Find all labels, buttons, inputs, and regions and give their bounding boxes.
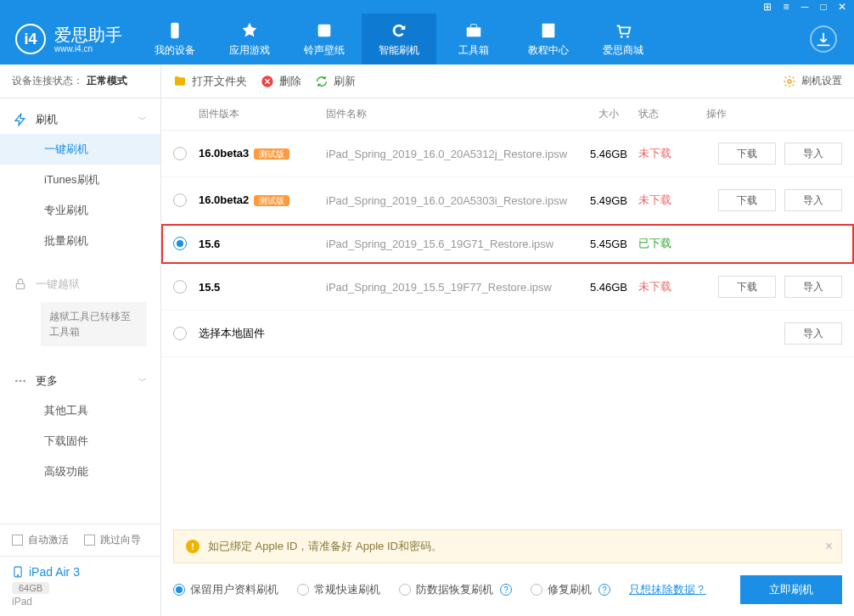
refresh-button[interactable]: 刷新	[315, 74, 356, 89]
opt-normal[interactable]: 常规快速刷机	[297, 582, 380, 597]
sidebar-item-pro[interactable]: 专业刷机	[0, 195, 160, 226]
book-icon	[539, 21, 558, 40]
open-folder-button[interactable]: 打开文件夹	[173, 74, 247, 89]
opt-anti-recovery[interactable]: 防数据恢复刷机?	[399, 582, 512, 597]
toolbox-icon	[464, 21, 483, 40]
apps-icon	[240, 21, 259, 40]
svg-point-14	[17, 575, 18, 576]
titlebar-menu-icon[interactable]: ≡	[781, 2, 791, 12]
music-icon	[315, 21, 334, 40]
sidebar-item-tools[interactable]: 其他工具	[0, 395, 160, 426]
download-button[interactable]: 下载	[718, 143, 776, 165]
firmware-row[interactable]: 15.5 iPad_Spring_2019_15.5_19F77_Restore…	[161, 264, 854, 311]
warning-close-button[interactable]: ×	[825, 539, 833, 554]
svg-point-8	[626, 35, 629, 37]
sidebar-item-itunes[interactable]: iTunes刷机	[0, 165, 160, 195]
toolbar: 打开文件夹 删除 刷新 刷机设置	[161, 64, 854, 98]
svg-point-10	[15, 380, 18, 383]
sidebar-item-oneclick[interactable]: 一键刷机	[0, 134, 160, 165]
nav-toolbox[interactable]: 工具箱	[436, 14, 511, 64]
opt-keep-data[interactable]: 保留用户资料刷机	[173, 582, 278, 597]
row-radio[interactable]	[173, 193, 187, 207]
svg-point-6	[546, 26, 551, 31]
cart-icon	[614, 21, 632, 40]
chevron-down-icon: ﹀	[138, 114, 147, 126]
sidebar: 设备连接状态：正常模式 刷机﹀ 一键刷机 iTunes刷机 专业刷机 批量刷机 …	[0, 64, 161, 616]
flash-now-button[interactable]: 立即刷机	[740, 575, 842, 604]
svg-point-12	[23, 380, 25, 383]
folder-icon	[173, 75, 187, 88]
sidebar-item-advanced[interactable]: 高级功能	[0, 456, 160, 487]
logo-badge-icon: i4	[15, 24, 46, 54]
svg-rect-4	[467, 27, 481, 36]
import-button[interactable]: 导入	[784, 276, 842, 298]
auto-activate-checkbox[interactable]: 自动激活	[12, 533, 69, 547]
row-radio[interactable]	[173, 280, 187, 294]
help-icon[interactable]: ?	[500, 584, 512, 596]
window-titlebar: ⊞ ≡ ─ □ ✕	[0, 0, 854, 14]
nav-refresh[interactable]: 智能刷机	[362, 14, 436, 64]
svg-point-3	[321, 31, 324, 34]
connection-status: 设备连接状态：正常模式	[0, 64, 160, 98]
close-icon[interactable]: ✕	[837, 2, 847, 12]
row-radio[interactable]	[173, 237, 187, 250]
nav-cart[interactable]: 爱思商城	[586, 14, 660, 64]
nav-music[interactable]: 铃声壁纸	[287, 14, 362, 64]
svg-rect-9	[16, 283, 24, 288]
tablet-icon	[12, 566, 24, 578]
sidebar-item-batch[interactable]: 批量刷机	[0, 226, 160, 256]
help-icon[interactable]: ?	[598, 584, 610, 596]
app-header: i4 爱思助手 www.i4.cn 我的设备应用游戏铃声壁纸智能刷机工具箱教程中…	[0, 14, 854, 64]
firmware-row[interactable]: 16.0beta3测试版 iPad_Spring_2019_16.0_20A53…	[161, 131, 854, 177]
svg-point-1	[174, 35, 176, 36]
import-button[interactable]: 导入	[784, 143, 842, 165]
gear-icon	[783, 75, 796, 88]
main-nav: 我的设备应用游戏铃声壁纸智能刷机工具箱教程中心爱思商城	[138, 14, 810, 64]
import-button[interactable]: 导入	[784, 322, 842, 344]
row-radio[interactable]	[173, 147, 187, 160]
opt-repair[interactable]: 修复刷机?	[531, 582, 610, 597]
nav-book[interactable]: 教程中心	[511, 14, 586, 64]
warning-icon: !	[186, 540, 199, 553]
download-indicator[interactable]	[810, 25, 854, 53]
device-panel[interactable]: iPad Air 3 64GB iPad	[0, 556, 160, 616]
svg-point-11	[20, 380, 22, 383]
titlebar-grid-icon[interactable]: ⊞	[762, 2, 773, 12]
chevron-down-icon: ﹀	[138, 375, 147, 387]
row-radio[interactable]	[173, 327, 187, 340]
maximize-icon[interactable]: □	[818, 2, 829, 12]
firmware-row[interactable]: 15.6 iPad_Spring_2019_15.6_19G71_Restore…	[161, 224, 854, 264]
beta-badge: 测试版	[254, 195, 289, 206]
delete-button[interactable]: 删除	[261, 74, 301, 89]
local-firmware-row[interactable]: 选择本地固件 导入	[161, 311, 854, 357]
download-button[interactable]: 下载	[718, 189, 776, 211]
minimize-icon[interactable]: ─	[800, 2, 810, 12]
apple-id-warning: ! 如已绑定 Apple ID，请准备好 Apple ID和密码。 ×	[173, 529, 842, 563]
flash-settings-button[interactable]: 刷机设置	[783, 74, 842, 88]
logo-title: 爱思助手	[54, 25, 122, 44]
nav-apps[interactable]: 应用游戏	[212, 14, 287, 64]
import-button[interactable]: 导入	[784, 189, 842, 211]
beta-badge: 测试版	[254, 148, 289, 160]
sidebar-section-more[interactable]: 更多﹀	[0, 367, 160, 395]
svg-point-7	[621, 35, 623, 37]
sidebar-section-flash[interactable]: 刷机﹀	[0, 105, 160, 134]
device-type: iPad	[12, 596, 149, 608]
refresh-icon	[315, 75, 329, 88]
sidebar-item-download[interactable]: 下载固件	[0, 426, 160, 456]
skip-guide-checkbox[interactable]: 跳过向导	[84, 533, 141, 547]
nav-device[interactable]: 我的设备	[138, 14, 212, 64]
download-button[interactable]: 下载	[718, 276, 776, 298]
firmware-table-header: 固件版本 固件名称 大小 状态 操作	[161, 98, 854, 131]
device-capacity: 64GB	[12, 582, 49, 594]
sidebar-section-jailbreak: 一键越狱	[0, 270, 160, 299]
firmware-table-body: 16.0beta3测试版 iPad_Spring_2019_16.0_20A53…	[161, 131, 854, 523]
logo-url: www.i4.cn	[54, 44, 122, 53]
firmware-row[interactable]: 16.0beta2测试版 iPad_Spring_2019_16.0_20A53…	[161, 177, 854, 224]
delete-icon	[261, 75, 274, 88]
jailbreak-note: 越狱工具已转移至工具箱	[41, 302, 147, 346]
svg-point-16	[788, 80, 791, 83]
erase-only-link[interactable]: 只想抹除数据？	[629, 582, 706, 597]
app-logo[interactable]: i4 爱思助手 www.i4.cn	[0, 24, 138, 54]
main-content: 打开文件夹 删除 刷新 刷机设置 固件版本 固件名称 大小 状态 操作 16.0…	[161, 64, 854, 616]
